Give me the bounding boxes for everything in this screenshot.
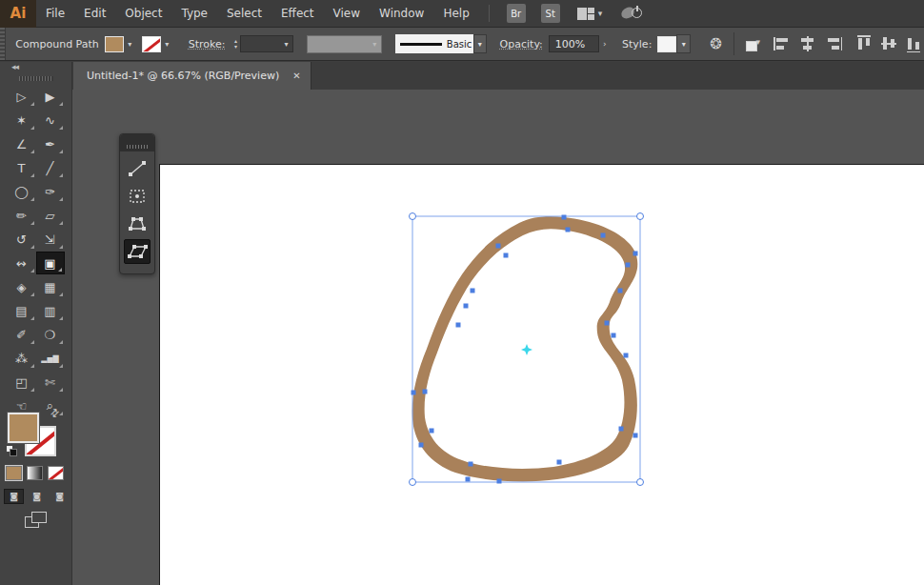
menu-file[interactable]: File [36,0,74,28]
default-fill-stroke-icon[interactable] [6,445,18,457]
magic-wand-tool[interactable]: ✶ [8,109,36,131]
collapse-panel-icon[interactable]: ◂◂ [0,62,71,73]
artboard[interactable] [159,164,924,585]
menu-view[interactable]: View [324,0,370,28]
selection-tool[interactable]: ▷ [8,85,36,108]
perspective-grid-tool[interactable]: ▦ [36,275,65,298]
menu-items: FileEditObjectTypeSelectEffectViewWindow… [36,0,479,28]
document-tab[interactable]: Untitled-1* @ 66.67% (RGB/Preview) ✕ [73,62,311,90]
chevron-down-icon[interactable]: ▾ [676,34,691,53]
align-right-icon[interactable] [823,35,842,52]
scale-tool[interactable]: ⇲ [36,228,65,251]
menubar-divider [489,5,490,22]
align-left-icon[interactable] [773,35,793,52]
chevron-down-icon[interactable]: ▾ [161,36,173,52]
draw-behind-button[interactable]: ◙ [27,489,47,504]
stock-button[interactable]: St [541,4,560,23]
paintbrush-tool[interactable]: ✑ [36,180,65,203]
panel-grip[interactable] [19,76,53,81]
stroke-color-dropdown[interactable]: ▾ [142,36,173,52]
menu-object[interactable]: Object [115,0,171,28]
control-bar: Compound Path ▾ ▾ Stroke: ▴▾ ▾ ▾ Basic ▾… [0,28,924,61]
color-button[interactable] [6,466,22,480]
column-graph-tool[interactable]: ▂▅▇ [36,347,65,370]
align-center-horizontal-icon[interactable] [798,35,817,52]
symbol-sprayer-tool[interactable]: ⁂ [8,347,36,370]
canvas-area: ◂◂ ▷▶✶∿∠✒T╱◯✑✏▱↺⇲↭▣◈▦▤▥✐❍⁂▂▅▇◰✄☜⌕ ⇄ ◙ ◙ … [0,90,924,585]
opacity-label: Opacity: [500,38,543,50]
align-bottom-icon[interactable] [905,35,924,52]
draw-inside-button[interactable]: ◙ [50,489,70,504]
chevron-down-icon[interactable]: ▾ [280,36,292,52]
lasso-tool[interactable]: ∿ [36,109,65,131]
menu-edit[interactable]: Edit [74,0,115,28]
style-label: Style: [622,38,652,50]
style-swatch[interactable] [657,36,676,52]
gradient-button[interactable] [27,466,43,480]
rotate-tool[interactable]: ↺ [8,228,36,251]
mesh-tool[interactable]: ▤ [8,299,36,322]
tools-grid: ▷▶✶∿∠✒T╱◯✑✏▱↺⇲↭▣◈▦▤▥✐❍⁂▂▅▇◰✄☜⌕ [0,85,71,417]
panel-grip[interactable] [0,28,6,60]
stroke-profile-value: Basic [447,39,472,50]
chevron-down-icon[interactable]: ▾ [598,9,603,18]
direct-selection-tool[interactable]: ▶ [36,85,65,108]
artboard-tool[interactable]: ◰ [8,371,36,393]
transform-icon[interactable]: ▾ [746,37,760,51]
stroke-none-swatch[interactable] [142,36,161,52]
align-buttons [773,35,924,52]
recolor-artwork-icon[interactable]: ❂ [710,35,722,52]
type-tool[interactable]: T [8,156,36,179]
ellipse-tool[interactable]: ◯ [8,180,36,203]
line-segment-tool[interactable]: ╱ [36,156,65,179]
document-tab-bar: Untitled-1* @ 66.67% (RGB/Preview) ✕ [0,62,924,90]
free-transform-button[interactable] [124,184,151,209]
menu-window[interactable]: Window [370,0,433,28]
stroke-weight-dropdown[interactable]: ▾ [240,35,293,52]
draw-normal-button[interactable]: ◙ [4,489,24,504]
graphic-style-dropdown[interactable]: ▾ [657,34,691,53]
align-top-icon[interactable] [855,35,874,52]
variable-width-profile[interactable]: Basic [395,34,473,53]
constrain-button[interactable] [124,156,151,181]
align-middle-vertical-icon[interactable] [880,35,899,52]
opacity-arrow-button[interactable]: › [599,35,612,52]
context-label: Compound Path [15,38,98,50]
width-tool[interactable]: ↭ [8,252,36,274]
perspective-distort-button[interactable] [124,212,151,236]
profile-chevron-button[interactable]: ▾ [473,34,487,53]
drawing-mode-buttons: ◙ ◙ ◙ [4,489,70,504]
widget-drag-handle[interactable] [120,134,154,151]
free-transform-tool[interactable]: ▣ [36,252,65,274]
screen-mode-icon[interactable] [25,512,48,529]
fill-color-indicator[interactable] [8,413,39,443]
pen-tool[interactable]: ∠ [8,132,36,155]
free-distort-button[interactable] [124,239,151,264]
stroke-weight-stepper[interactable]: ▴▾ [231,35,241,52]
gradient-tool[interactable]: ▥ [36,299,65,322]
workspace-switcher-icon[interactable] [577,8,594,20]
slice-tool[interactable]: ✄ [36,371,65,393]
menu-effect[interactable]: Effect [271,0,324,28]
chevron-down-icon[interactable]: ▾ [124,36,136,52]
opacity-input[interactable]: 100% [549,35,599,52]
sync-settings-icon[interactable] [621,5,642,22]
menu-help[interactable]: Help [433,0,478,28]
blend-tool[interactable]: ❍ [36,323,65,346]
close-icon[interactable]: ✕ [292,71,300,81]
menu-select[interactable]: Select [217,0,271,28]
eyedropper-tool[interactable]: ✐ [8,323,36,346]
fill-color-dropdown[interactable]: ▾ [105,36,136,52]
shape-builder-tool[interactable]: ◈ [8,275,36,298]
menu-type[interactable]: Type [171,0,217,28]
bridge-button[interactable]: Br [507,4,526,23]
fill-color-swatch[interactable] [105,36,124,52]
none-button[interactable] [48,466,64,480]
stroke-label: Stroke: [189,38,226,50]
menu-bar: Ai FileEditObjectTypeSelectEffectViewWin… [0,0,924,28]
document-tab-title: Untitled-1* @ 66.67% (RGB/Preview) [87,70,279,82]
pencil-tool[interactable]: ✏ [8,204,36,227]
illustrator-logo: Ai [0,0,36,28]
eraser-tool[interactable]: ▱ [36,204,65,227]
curvature-tool[interactable]: ✒ [36,132,65,155]
